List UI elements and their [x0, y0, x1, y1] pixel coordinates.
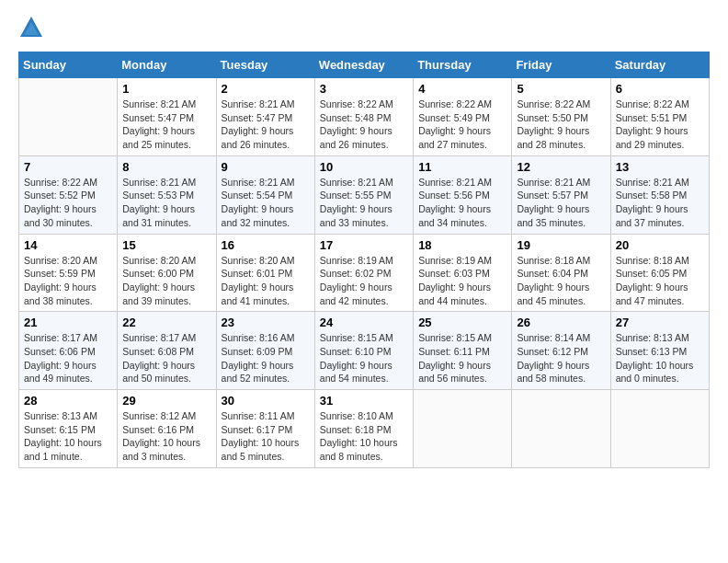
calendar-week-row: 21Sunrise: 8:17 AMSunset: 6:06 PMDayligh… — [19, 312, 710, 390]
day-info: Sunrise: 8:21 AMSunset: 5:54 PMDaylight:… — [222, 176, 310, 230]
calendar-cell: 19Sunrise: 8:18 AMSunset: 6:04 PMDayligh… — [512, 234, 610, 312]
day-info: Sunrise: 8:18 AMSunset: 6:04 PMDaylight:… — [517, 254, 605, 308]
day-number: 19 — [517, 238, 605, 252]
day-number: 14 — [24, 238, 112, 252]
day-info: Sunrise: 8:16 AMSunset: 6:09 PMDaylight:… — [222, 331, 310, 385]
day-info: Sunrise: 8:15 AMSunset: 6:10 PMDaylight:… — [320, 331, 408, 385]
day-number: 11 — [418, 160, 506, 174]
calendar-week-row: 28Sunrise: 8:13 AMSunset: 6:15 PMDayligh… — [19, 390, 710, 468]
calendar-cell — [512, 390, 610, 468]
weekday-header: Thursday — [414, 52, 512, 78]
day-info: Sunrise: 8:12 AMSunset: 6:16 PMDaylight:… — [122, 409, 210, 464]
day-info: Sunrise: 8:21 AMSunset: 5:55 PMDaylight:… — [320, 176, 408, 230]
day-info: Sunrise: 8:18 AMSunset: 6:05 PMDaylight:… — [616, 254, 704, 308]
calendar-cell: 31Sunrise: 8:10 AMSunset: 6:18 PMDayligh… — [314, 390, 413, 468]
day-number: 10 — [320, 160, 408, 174]
calendar-cell — [414, 390, 512, 468]
calendar-cell: 7Sunrise: 8:22 AMSunset: 5:52 PMDaylight… — [19, 155, 118, 234]
day-number: 24 — [320, 316, 408, 329]
day-number: 13 — [616, 160, 704, 174]
calendar-cell: 3Sunrise: 8:22 AMSunset: 5:48 PMDaylight… — [314, 78, 413, 156]
weekday-header: Wednesday — [314, 52, 413, 78]
calendar-cell: 18Sunrise: 8:19 AMSunset: 6:03 PMDayligh… — [414, 234, 512, 312]
day-number: 15 — [122, 238, 210, 252]
day-number: 12 — [517, 160, 605, 174]
calendar-cell: 4Sunrise: 8:22 AMSunset: 5:49 PMDaylight… — [414, 78, 512, 156]
day-info: Sunrise: 8:21 AMSunset: 5:58 PMDaylight:… — [616, 176, 704, 230]
day-number: 16 — [222, 238, 310, 252]
calendar-cell: 13Sunrise: 8:21 AMSunset: 5:58 PMDayligh… — [610, 155, 709, 234]
calendar-cell: 17Sunrise: 8:19 AMSunset: 6:02 PMDayligh… — [314, 234, 413, 312]
day-number: 26 — [517, 316, 605, 329]
calendar-week-row: 1Sunrise: 8:21 AMSunset: 5:47 PMDaylight… — [19, 78, 710, 156]
day-info: Sunrise: 8:21 AMSunset: 5:47 PMDaylight:… — [222, 98, 310, 152]
calendar-cell: 16Sunrise: 8:20 AMSunset: 6:01 PMDayligh… — [216, 234, 314, 312]
day-info: Sunrise: 8:19 AMSunset: 6:02 PMDaylight:… — [320, 254, 408, 308]
weekday-header: Sunday — [19, 52, 118, 78]
weekday-header: Saturday — [610, 52, 709, 78]
calendar-cell: 22Sunrise: 8:17 AMSunset: 6:08 PMDayligh… — [118, 312, 216, 390]
day-number: 23 — [222, 316, 310, 329]
day-number: 18 — [418, 238, 506, 252]
calendar-cell — [610, 390, 709, 468]
calendar-cell: 11Sunrise: 8:21 AMSunset: 5:56 PMDayligh… — [414, 155, 512, 234]
calendar-cell: 23Sunrise: 8:16 AMSunset: 6:09 PMDayligh… — [216, 312, 314, 390]
day-number: 1 — [122, 82, 210, 96]
day-number: 8 — [122, 160, 210, 174]
weekday-header: Monday — [118, 52, 216, 78]
calendar-cell: 15Sunrise: 8:20 AMSunset: 6:00 PMDayligh… — [118, 234, 216, 312]
day-info: Sunrise: 8:13 AMSunset: 6:13 PMDaylight:… — [616, 331, 704, 385]
calendar-cell: 1Sunrise: 8:21 AMSunset: 5:47 PMDaylight… — [118, 78, 216, 156]
calendar-cell: 12Sunrise: 8:21 AMSunset: 5:57 PMDayligh… — [512, 155, 610, 234]
day-info: Sunrise: 8:17 AMSunset: 6:08 PMDaylight:… — [122, 331, 210, 385]
day-info: Sunrise: 8:20 AMSunset: 5:59 PMDaylight:… — [24, 254, 112, 308]
day-info: Sunrise: 8:20 AMSunset: 6:01 PMDaylight:… — [222, 254, 310, 308]
day-info: Sunrise: 8:22 AMSunset: 5:52 PMDaylight:… — [24, 176, 112, 230]
day-info: Sunrise: 8:21 AMSunset: 5:57 PMDaylight:… — [517, 176, 605, 230]
logo — [18, 15, 48, 40]
day-info: Sunrise: 8:13 AMSunset: 6:15 PMDaylight:… — [24, 409, 112, 464]
calendar-cell: 29Sunrise: 8:12 AMSunset: 6:16 PMDayligh… — [118, 390, 216, 468]
day-info: Sunrise: 8:11 AMSunset: 6:17 PMDaylight:… — [222, 409, 310, 464]
logo-icon — [18, 15, 44, 40]
day-number: 6 — [616, 82, 704, 96]
day-info: Sunrise: 8:21 AMSunset: 5:47 PMDaylight:… — [122, 98, 210, 152]
weekday-header-row: SundayMondayTuesdayWednesdayThursdayFrid… — [19, 52, 710, 78]
day-number: 29 — [122, 394, 210, 408]
day-info: Sunrise: 8:15 AMSunset: 6:11 PMDaylight:… — [418, 331, 506, 385]
calendar-cell: 2Sunrise: 8:21 AMSunset: 5:47 PMDaylight… — [216, 78, 314, 156]
calendar-table: SundayMondayTuesdayWednesdayThursdayFrid… — [18, 52, 710, 468]
calendar-cell: 20Sunrise: 8:18 AMSunset: 6:05 PMDayligh… — [610, 234, 709, 312]
day-info: Sunrise: 8:17 AMSunset: 6:06 PMDaylight:… — [24, 331, 112, 385]
page-container: SundayMondayTuesdayWednesdayThursdayFrid… — [0, 0, 728, 487]
header — [18, 15, 710, 40]
day-number: 25 — [418, 316, 506, 329]
day-number: 9 — [222, 160, 310, 174]
day-number: 27 — [616, 316, 704, 329]
calendar-cell: 6Sunrise: 8:22 AMSunset: 5:51 PMDaylight… — [610, 78, 709, 156]
day-number: 31 — [320, 394, 408, 408]
day-number: 4 — [418, 82, 506, 96]
calendar-cell: 8Sunrise: 8:21 AMSunset: 5:53 PMDaylight… — [118, 155, 216, 234]
calendar-cell: 10Sunrise: 8:21 AMSunset: 5:55 PMDayligh… — [314, 155, 413, 234]
calendar-cell: 5Sunrise: 8:22 AMSunset: 5:50 PMDaylight… — [512, 78, 610, 156]
calendar-cell: 14Sunrise: 8:20 AMSunset: 5:59 PMDayligh… — [19, 234, 118, 312]
day-number: 28 — [24, 394, 112, 408]
calendar-cell: 21Sunrise: 8:17 AMSunset: 6:06 PMDayligh… — [19, 312, 118, 390]
day-number: 7 — [24, 160, 112, 174]
day-number: 20 — [616, 238, 704, 252]
day-number: 3 — [320, 82, 408, 96]
day-info: Sunrise: 8:20 AMSunset: 6:00 PMDaylight:… — [122, 254, 210, 308]
day-number: 5 — [517, 82, 605, 96]
calendar-cell: 30Sunrise: 8:11 AMSunset: 6:17 PMDayligh… — [216, 390, 314, 468]
day-info: Sunrise: 8:22 AMSunset: 5:51 PMDaylight:… — [616, 98, 704, 152]
calendar-cell: 26Sunrise: 8:14 AMSunset: 6:12 PMDayligh… — [512, 312, 610, 390]
calendar-week-row: 7Sunrise: 8:22 AMSunset: 5:52 PMDaylight… — [19, 155, 710, 234]
day-number: 21 — [24, 316, 112, 329]
day-info: Sunrise: 8:19 AMSunset: 6:03 PMDaylight:… — [418, 254, 506, 308]
calendar-cell: 27Sunrise: 8:13 AMSunset: 6:13 PMDayligh… — [610, 312, 709, 390]
day-info: Sunrise: 8:10 AMSunset: 6:18 PMDaylight:… — [320, 409, 408, 464]
calendar-week-row: 14Sunrise: 8:20 AMSunset: 5:59 PMDayligh… — [19, 234, 710, 312]
day-number: 30 — [222, 394, 310, 408]
calendar-cell: 9Sunrise: 8:21 AMSunset: 5:54 PMDaylight… — [216, 155, 314, 234]
